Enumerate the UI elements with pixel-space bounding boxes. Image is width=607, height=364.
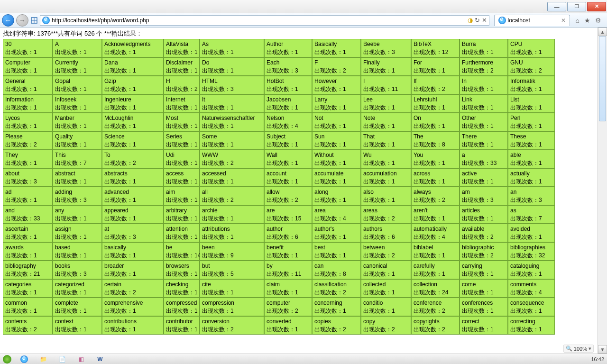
word-count: 出现次数：2 <box>5 326 50 333</box>
vertical-scrollbar[interactable]: ▲ ▼ <box>598 27 607 354</box>
word-label: Naturwissenschaftler <box>202 114 262 122</box>
word-cell: complete出现次数：1 <box>53 298 102 316</box>
word-cell: benefit出现次数：1 <box>264 242 312 261</box>
word-count: 出现次数：1 <box>55 48 100 56</box>
word-label: categories <box>5 281 50 288</box>
zoom-dropdown-icon[interactable]: ▾ <box>589 346 591 352</box>
word-count: 出现次数：1 <box>104 141 161 148</box>
word-cell: certain出现次数：2 <box>102 279 164 298</box>
favorites-icon[interactable]: ★ <box>584 17 590 24</box>
word-label: areas <box>363 207 409 214</box>
word-label: come <box>462 281 506 288</box>
word-count: 出现次数：1 <box>104 122 161 130</box>
word-cell: adding出现次数：3 <box>53 187 102 205</box>
window-minimize-button[interactable] <box>547 2 566 11</box>
word-label: Wu <box>363 151 409 159</box>
refresh-icon[interactable]: ↻ <box>475 17 480 24</box>
taskbar-app-word-icon[interactable]: W <box>94 355 106 364</box>
compat-icon[interactable]: ◑ <box>468 17 473 24</box>
word-count: 出现次数：1 <box>314 104 359 111</box>
word-count: 出现次数：1 <box>462 178 506 185</box>
word-cell: are出现次数：15 <box>264 205 312 224</box>
word-cell: However出现次数：1 <box>312 76 361 94</box>
word-label: Other <box>462 114 506 122</box>
word-count: 出现次数：1 <box>510 85 552 93</box>
word-count: 出现次数：1 <box>166 326 197 333</box>
word-count: 出现次数：1 <box>104 307 161 315</box>
word-cell: Internet出现次数：1 <box>164 94 200 113</box>
word-cell: Acknowledgments出现次数：1 <box>102 39 164 57</box>
window-maximize-button[interactable] <box>567 2 586 11</box>
tab-close-icon[interactable]: ✕ <box>561 17 566 24</box>
scroll-track[interactable] <box>598 36 607 345</box>
scroll-up-button[interactable]: ▲ <box>598 27 607 36</box>
word-cell: Lee出现次数：1 <box>361 94 411 113</box>
word-label: comments <box>510 281 552 288</box>
word-cell: Ingenieure出现次数：1 <box>102 94 164 113</box>
word-label: active <box>462 170 506 177</box>
word-label: compression <box>202 299 262 307</box>
word-cell: author's出现次数：1 <box>312 224 361 242</box>
word-label: account <box>267 170 310 177</box>
word-cell: comprehensive出现次数：1 <box>102 298 164 316</box>
word-cell: These出现次数：1 <box>508 131 555 150</box>
word-cell: any出现次数：1 <box>53 205 102 224</box>
back-button[interactable]: ← <box>2 14 14 27</box>
word-cell: Do出现次数：1 <box>200 57 264 76</box>
word-count: 出现次数：2 <box>414 326 457 333</box>
word-count: 出现次数：1 <box>202 233 262 241</box>
word-count: 出现次数：1 <box>510 48 552 56</box>
forward-button[interactable]: → <box>16 14 28 27</box>
word-cell: conference出现次数：2 <box>411 298 460 316</box>
word-count: 出现次数：1 <box>314 159 359 167</box>
word-count: 出现次数：1 <box>202 307 262 315</box>
word-label: H <box>166 77 197 85</box>
word-count: 出现次数：1 <box>202 178 262 185</box>
home-icon[interactable]: ⌂ <box>576 17 579 24</box>
word-count: 出现次数：1 <box>104 85 161 93</box>
word-label: Manber <box>55 114 100 122</box>
compat-view-icon[interactable] <box>30 17 38 24</box>
address-bar[interactable]: http://localhost/test/php/word/word.php … <box>40 15 489 26</box>
scroll-thumb[interactable] <box>599 36 606 121</box>
word-label: cataloguing <box>510 262 552 270</box>
word-count: 出现次数：1 <box>166 196 197 204</box>
taskbar-start-icon[interactable] <box>3 355 11 364</box>
scroll-down-button[interactable]: ▼ <box>598 345 607 354</box>
word-cell: bibliographies出现次数：32 <box>508 242 555 261</box>
word-label: conversion <box>202 318 262 325</box>
word-label: Acknowledgments <box>104 40 161 48</box>
taskbar-app-ie-icon[interactable] <box>18 355 30 364</box>
word-count: 出现次数：1 <box>314 196 359 204</box>
word-cell: computer出现次数：2 <box>264 298 312 316</box>
word-cell: claim出现次数：1 <box>264 279 312 298</box>
word-cell: Wu出现次数：1 <box>361 150 411 168</box>
word-cell: Infoseek出现次数：1 <box>53 94 102 113</box>
word-cell: It出现次数：1 <box>200 94 264 113</box>
word-count: 出现次数：1 <box>363 104 409 111</box>
word-count: 出现次数：1 <box>314 141 359 148</box>
word-cell: Currently出现次数：1 <box>53 57 102 76</box>
word-cell: A出现次数：1 <box>53 39 102 57</box>
page-content: 找到字符串: 1376***共有单词 526 个 ***输出结果： 30出现次数… <box>0 27 598 354</box>
zoom-indicator[interactable]: 100% ▾ <box>563 345 594 353</box>
tab-localhost[interactable]: localhost ✕ <box>494 15 570 26</box>
taskbar-app-other-icon[interactable]: ◧ <box>75 355 87 364</box>
word-label: BibTeX <box>414 40 457 48</box>
word-label: ascertain <box>5 225 50 233</box>
word-cell: am出现次数：3 <box>460 187 508 205</box>
word-count: 出现次数：1 <box>462 104 506 111</box>
word-count: 出现次数：2 <box>104 159 161 167</box>
word-label: checking <box>166 281 197 288</box>
stop-icon[interactable]: ✕ <box>482 17 487 24</box>
word-label: converted <box>267 318 310 325</box>
word-count: 出现次数：6 <box>267 233 310 241</box>
word-count: 出现次数：2 <box>314 326 359 333</box>
window-close-button[interactable] <box>587 2 606 11</box>
taskbar-app-notepad-icon[interactable]: 📄 <box>56 355 68 364</box>
word-count: 出现次数：33 <box>462 159 506 167</box>
taskbar-app-folder-icon[interactable]: 📁 <box>37 355 49 364</box>
word-cell: Jacobsen出现次数：1 <box>264 94 312 113</box>
word-cell: There出现次数：1 <box>460 131 508 150</box>
tools-icon[interactable]: ⚙ <box>595 17 601 24</box>
